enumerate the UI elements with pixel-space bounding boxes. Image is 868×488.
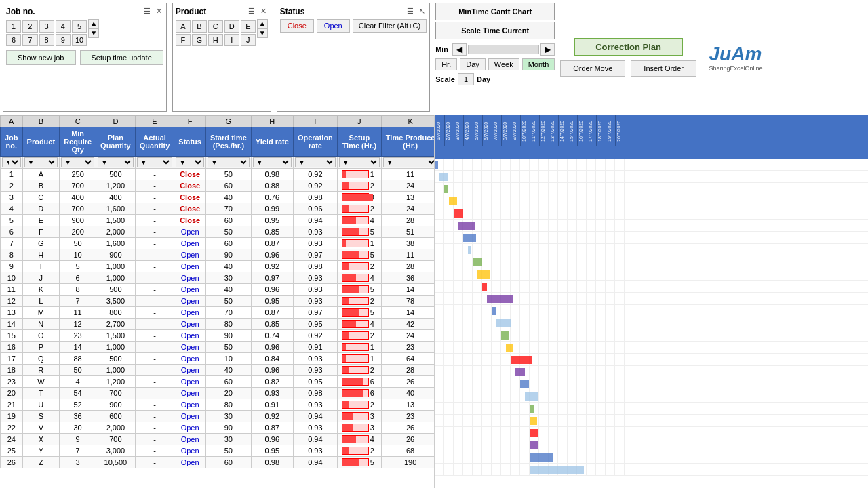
- table-row[interactable]: 26 Z 3 10,500 - Open 60 0.98 0.94 5 190 …: [1, 457, 434, 468]
- table-row[interactable]: 20 T 54 700 - Open 20 0.93 0.98 6 40 27 …: [1, 388, 434, 399]
- product-scroll-down[interactable]: ▼: [257, 28, 268, 38]
- filter-min-req[interactable]: ▼: [60, 157, 96, 169]
- table-row[interactable]: 1 A 250 500 - Close 50 0.98 0.92 1 11 1 …: [1, 169, 434, 180]
- table-row[interactable]: 23 W 4 1,200 - Open 60 0.82 0.95 6 26 26…: [1, 376, 434, 388]
- setup-time-update-btn[interactable]: Setup time update: [80, 50, 163, 65]
- table-row[interactable]: 14 N 12 2,700 - Open 80 0.85 0.95 4 42 1…: [1, 319, 434, 330]
- job-no-btn-1[interactable]: 1: [6, 20, 21, 33]
- filter-stard-select[interactable]: ▼: [208, 157, 250, 167]
- filter-actual-qty-select[interactable]: ▼: [137, 157, 173, 167]
- table-row[interactable]: 15 O 23 1,500 - Open 90 0.74 0.92 2 24 1…: [1, 330, 434, 342]
- scale-time-btn[interactable]: Scale Time Current: [435, 22, 555, 39]
- filter-produce-select[interactable]: ▼: [383, 157, 434, 167]
- filter-product[interactable]: ▼: [22, 157, 60, 169]
- product-btn-H[interactable]: H: [208, 34, 223, 46]
- order-move-btn[interactable]: Order Move: [560, 60, 625, 77]
- nav-right-btn[interactable]: ▶: [540, 43, 555, 56]
- product-btn-J[interactable]: J: [241, 34, 256, 46]
- status-cursor-icon[interactable]: ↖: [418, 6, 427, 16]
- filter-status[interactable]: ▼: [174, 157, 206, 169]
- status-open-btn[interactable]: Open: [317, 19, 350, 33]
- table-row[interactable]: 10 J 6 1,000 - Open 30 0.97 0.93 4 36 11…: [1, 272, 434, 284]
- table-row[interactable]: 13 M 11 800 - Open 70 0.87 0.97 5 14 17 …: [1, 307, 434, 319]
- filter-produce[interactable]: ▼: [381, 157, 433, 169]
- filter-op-rate-select[interactable]: ▼: [295, 157, 336, 167]
- hr-btn[interactable]: Hr.: [435, 58, 457, 70]
- product-scroll-up[interactable]: ▲: [257, 19, 268, 28]
- filter-status-select[interactable]: ▼: [176, 157, 204, 167]
- job-no-btn-7[interactable]: 7: [22, 34, 37, 46]
- filter-job-no[interactable]: ▼: [1, 157, 23, 169]
- table-row[interactable]: 11 K 8 500 - Open 40 0.96 0.93 5 14 13 J…: [1, 284, 434, 296]
- table-row[interactable]: 4 D 700 1,600 - Close 70 0.99 0.96 2 24 …: [1, 203, 434, 215]
- table-row[interactable]: 7 G 50 1,600 - Open 60 0.87 0.93 1 38 8 …: [1, 238, 434, 249]
- product-btn-G[interactable]: G: [192, 34, 207, 46]
- table-row[interactable]: 22 V 30 2,000 - Open 90 0.87 0.93 3 26 3…: [1, 422, 434, 434]
- job-no-scroll-up[interactable]: ▲: [88, 19, 99, 28]
- product-btn-E[interactable]: E: [241, 20, 256, 33]
- table-row[interactable]: 17 Q 88 500 - Open 10 0.84 0.93 1 64 22 …: [1, 353, 434, 365]
- filter-op-rate[interactable]: ▼: [293, 157, 337, 169]
- filter-min-req-select[interactable]: ▼: [61, 157, 94, 167]
- product-close-icon[interactable]: ✕: [259, 6, 268, 16]
- product-btn-B[interactable]: B: [192, 20, 207, 33]
- clear-filter-btn[interactable]: Clear Filter (Alt+C): [353, 19, 427, 33]
- job-no-btn-9[interactable]: 9: [56, 34, 71, 46]
- product-btn-I[interactable]: I: [224, 34, 239, 46]
- filter-row[interactable]: ▼ ▼ ▼ ▼ ▼ ▼ ▼ ▼ ▼ ▼ ▼ ▼ ▼ ▼ ▼: [1, 157, 434, 169]
- job-no-btn-5[interactable]: 5: [72, 20, 87, 33]
- table-row[interactable]: 19 S 36 600 - Open 30 0.92 0.94 3 23 29 …: [1, 411, 434, 422]
- table-row[interactable]: 3 C 400 400 - Close 40 0.76 0.98 9 13 2 …: [1, 192, 434, 203]
- job-no-btn-8[interactable]: 8: [39, 34, 54, 46]
- table-row[interactable]: 18 R 50 1,000 - Open 40 0.96 0.93 2 28 2…: [1, 365, 434, 376]
- product-btn-C[interactable]: C: [208, 20, 223, 33]
- month-btn[interactable]: Month: [522, 58, 555, 70]
- day-btn[interactable]: Day: [460, 58, 486, 70]
- job-no-filter[interactable]: Job no. ☰ ✕ 1 2 3 4 5 6 7 8 9: [3, 3, 167, 112]
- job-no-btn-2[interactable]: 2: [22, 20, 37, 33]
- table-row[interactable]: 12 L 7 3,500 - Open 50 0.95 0.93 2 78 13…: [1, 296, 434, 307]
- filter-yield[interactable]: ▼: [251, 157, 293, 169]
- filter-setup-select[interactable]: ▼: [339, 157, 380, 167]
- table-row[interactable]: 6 F 200 2,000 - Open 50 0.85 0.93 5 51 5…: [1, 226, 434, 238]
- product-filter-icon[interactable]: ☰: [247, 6, 256, 16]
- filter-plan-qty[interactable]: ▼: [96, 157, 136, 169]
- show-new-job-btn[interactable]: Show new job: [6, 50, 76, 65]
- job-no-btn-3[interactable]: 3: [39, 20, 54, 33]
- insert-order-btn[interactable]: Insert Order: [631, 60, 696, 77]
- table-row[interactable]: 2 B 700 1,200 - Close 60 0.88 0.92 2 24 …: [1, 180, 434, 192]
- product-btn-F[interactable]: F: [176, 34, 191, 46]
- job-no-scroll[interactable]: ▲ ▼: [88, 19, 99, 38]
- job-no-btn-10[interactable]: 10: [72, 34, 87, 46]
- product-scroll[interactable]: ▲ ▼: [257, 19, 268, 38]
- status-close-btn[interactable]: Close: [280, 19, 314, 33]
- table-row[interactable]: 16 P 14 1,000 - Open 50 0.96 0.91 1 23 2…: [1, 342, 434, 353]
- product-filter[interactable]: Product ☰ ✕ A B C D E F G H I: [172, 3, 271, 112]
- job-no-btn-6[interactable]: 6: [6, 34, 21, 46]
- filter-plan-qty-select[interactable]: ▼: [98, 157, 134, 167]
- table-row[interactable]: 24 X 9 700 - Open 30 0.96 0.94 4 26 1 Au…: [1, 434, 434, 445]
- cell-min-req: 36: [60, 411, 96, 422]
- nav-left-btn[interactable]: ◀: [452, 43, 467, 56]
- job-no-close-icon[interactable]: ✕: [155, 6, 163, 16]
- week-btn[interactable]: Week: [488, 58, 519, 70]
- filter-stard[interactable]: ▼: [205, 157, 251, 169]
- table-row[interactable]: 21 U 52 900 - Open 80 0.91 0.93 2 13 29 …: [1, 399, 434, 411]
- table-row[interactable]: 9 I 5 1,000 - Open 40 0.92 0.98 2 28 10 …: [1, 261, 434, 272]
- filter-yield-select[interactable]: ▼: [253, 157, 292, 167]
- job-no-filter-icon[interactable]: ☰: [142, 6, 152, 16]
- table-row[interactable]: 5 E 900 1,500 - Close 60 0.95 0.94 4 28 …: [1, 215, 434, 226]
- mintime-gantt-btn[interactable]: MinTime Gantt Chart: [435, 3, 555, 20]
- job-no-btn-4[interactable]: 4: [56, 20, 71, 33]
- table-row[interactable]: 8 H 10 900 - Open 90 0.96 0.97 5 11 9 Ju…: [1, 249, 434, 261]
- job-no-scroll-down[interactable]: ▼: [88, 28, 99, 38]
- filter-job-no-select[interactable]: ▼: [2, 157, 21, 167]
- filter-product-select[interactable]: ▼: [24, 157, 58, 167]
- table-row[interactable]: 25 Y 7 3,000 - Open 50 0.95 0.93 2 68 5 …: [1, 445, 434, 457]
- filter-setup[interactable]: ▼: [337, 157, 381, 169]
- status-filter-icon[interactable]: ☰: [406, 6, 415, 16]
- product-btn-D[interactable]: D: [224, 20, 239, 33]
- cell-product: R: [22, 365, 60, 376]
- filter-actual-qty[interactable]: ▼: [135, 157, 174, 169]
- product-btn-A[interactable]: A: [176, 20, 191, 33]
